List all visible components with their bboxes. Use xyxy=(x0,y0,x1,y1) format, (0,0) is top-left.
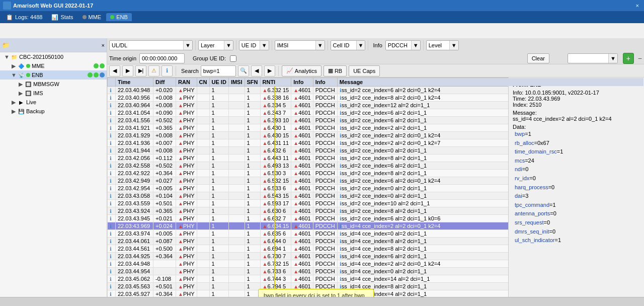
pdcch-input[interactable] xyxy=(386,42,411,48)
col-type[interactable]: Info xyxy=(313,78,337,87)
col-info[interactable]: Info xyxy=(291,78,313,87)
expand-icon[interactable]: ▶ xyxy=(18,90,23,97)
col-msg[interactable]: Message xyxy=(337,78,643,87)
uecaps-button[interactable]: UE Caps xyxy=(349,65,380,76)
info-icon: ℹ xyxy=(340,216,342,221)
row-cn xyxy=(197,275,209,283)
up-arrow-icon: ▲ xyxy=(293,118,298,123)
search-icon-btn[interactable]: 🔍 xyxy=(238,65,249,76)
layer-arrow[interactable]: ▼ xyxy=(224,41,233,50)
level-combo[interactable]: ▼ xyxy=(426,40,459,50)
extra-arrow[interactable]: ▼ xyxy=(608,54,617,63)
row-imsi xyxy=(228,132,245,139)
layer-combo[interactable]: ▼ xyxy=(198,40,233,50)
tree-item-icon: 🔲 xyxy=(25,90,32,97)
tree-item-mme[interactable]: ▶🔷MME xyxy=(0,61,107,70)
tree-item-backup[interactable]: ▶💾Backup xyxy=(0,107,107,116)
forward-icon-btn[interactable]: ▶ xyxy=(122,65,133,76)
up-arrow-icon: ▲ xyxy=(178,261,183,267)
col-rnti[interactable]: RNTI xyxy=(260,78,291,87)
next-result-btn[interactable]: ▶ xyxy=(264,65,275,76)
data-field: tpc_command=1 xyxy=(515,201,640,210)
row-ran: ▲PHY xyxy=(176,132,197,139)
up-arrow-icon: ▲ xyxy=(293,216,298,221)
close-button[interactable]: × xyxy=(634,3,641,9)
up-arrow-icon: ▲ xyxy=(178,246,183,252)
ueid-combo[interactable]: ▼ xyxy=(239,40,269,50)
level-input[interactable] xyxy=(427,42,449,48)
uldl-input[interactable] xyxy=(110,42,183,48)
level-arrow[interactable]: ▼ xyxy=(449,41,458,50)
col-imsi[interactable]: IMSI xyxy=(228,78,245,87)
up-arrow-icon: ▲ xyxy=(263,163,268,169)
expand-icon[interactable]: ▶ xyxy=(11,108,16,115)
info-line: Info: 10.0.0.185:9001, v2022-01-17 xyxy=(513,90,640,96)
data-val: 24 xyxy=(528,158,534,164)
expand-icon[interactable]: ▼ xyxy=(11,72,16,78)
expand-icon[interactable]: ▼ xyxy=(4,54,9,60)
tree-item-label: MBMSGW xyxy=(33,81,59,87)
up-arrow-icon: ▲ xyxy=(178,269,183,274)
tree-item-ims[interactable]: ▶🔲IMS xyxy=(0,89,107,98)
data-key: dmrs_seq_init xyxy=(515,228,549,235)
expand-icon[interactable]: ▶ xyxy=(18,81,23,88)
up-arrow-icon: ▲ xyxy=(178,276,183,282)
tab-logs[interactable]: 📋 Logs: 4488 xyxy=(2,13,46,22)
uldl-arrow[interactable]: ▼ xyxy=(183,41,192,50)
up-arrow-icon: ▲ xyxy=(263,171,268,176)
tab-stats[interactable]: 📊 Stats xyxy=(47,13,77,22)
tree-item-live[interactable]: ▶▶Live xyxy=(0,98,107,107)
nav-icon-btn[interactable]: ▶| xyxy=(135,65,146,76)
info-label: Info xyxy=(373,42,382,48)
tree-item-mbmsgw[interactable]: ▶🔲MBMSGW xyxy=(0,80,107,89)
row-type: PDCCH xyxy=(313,275,337,283)
up-arrow-icon: ▲ xyxy=(178,186,183,191)
ueid-arrow[interactable]: ▼ xyxy=(260,41,269,50)
add-button[interactable]: + xyxy=(623,53,634,64)
cellid-arrow[interactable]: ▼ xyxy=(356,41,365,50)
up-arrow-icon: ▲ xyxy=(263,254,268,259)
extra-combo[interactable]: ▼ xyxy=(568,53,618,63)
col-diff[interactable]: Diff xyxy=(153,78,176,87)
rb-button[interactable]: ▦ RB xyxy=(324,65,347,76)
col-ueid[interactable]: UE ID xyxy=(209,78,228,87)
col-ran[interactable]: RAN xyxy=(176,78,197,87)
layer-input[interactable] xyxy=(199,42,224,48)
row-imsi xyxy=(228,283,245,290)
row-ueid: 1 xyxy=(209,87,228,94)
uldl-combo[interactable]: ▼ xyxy=(109,40,193,50)
tab-enb[interactable]: ENB xyxy=(106,13,132,21)
imsi-combo[interactable]: ▼ xyxy=(275,40,325,50)
close-panel-icon[interactable]: × xyxy=(102,42,105,48)
col-time[interactable]: Time xyxy=(116,78,153,87)
tree-item-enb[interactable]: ▼📡ENB xyxy=(0,70,107,80)
imsi-input[interactable] xyxy=(275,42,315,48)
cellid-combo[interactable]: ▼ xyxy=(331,40,366,50)
minus-button[interactable]: − xyxy=(638,54,642,62)
info-icon-btn[interactable]: ℹ xyxy=(162,65,173,76)
prev-result-btn[interactable]: ◀ xyxy=(251,65,262,76)
row-type: PDCCH xyxy=(313,155,337,162)
row-ueid: 1 xyxy=(209,139,228,147)
tree-item-cbc-2021050100[interactable]: ▼📁CBC-2021050100 xyxy=(0,52,107,61)
expand-icon[interactable]: ▶ xyxy=(11,99,16,106)
time-origin-input[interactable] xyxy=(139,53,185,63)
search-input[interactable] xyxy=(203,68,233,74)
col-cn[interactable]: CN xyxy=(197,78,209,87)
tree-header: 📁 × xyxy=(0,38,107,52)
pdcch-arrow[interactable]: ▼ xyxy=(411,41,420,50)
clear-button[interactable]: Clear xyxy=(527,53,549,63)
extra-input[interactable] xyxy=(568,55,608,61)
row-cn xyxy=(197,222,209,230)
back-icon-btn[interactable]: ◀ xyxy=(109,65,120,76)
cellid-input[interactable] xyxy=(331,42,356,48)
analytics-button[interactable]: 📈 Analytics xyxy=(282,65,321,76)
tab-mme[interactable]: MME xyxy=(78,13,106,21)
warn-icon-btn[interactable]: ⚠ xyxy=(148,65,159,76)
col-sfn[interactable]: SFN xyxy=(245,78,260,87)
group-ueid-checkbox[interactable] xyxy=(230,55,236,62)
ueid-input[interactable] xyxy=(239,42,260,48)
expand-icon[interactable]: ▶ xyxy=(11,63,16,69)
imsi-arrow[interactable]: ▼ xyxy=(315,41,325,50)
pdcch-combo[interactable]: ▼ xyxy=(385,40,421,50)
